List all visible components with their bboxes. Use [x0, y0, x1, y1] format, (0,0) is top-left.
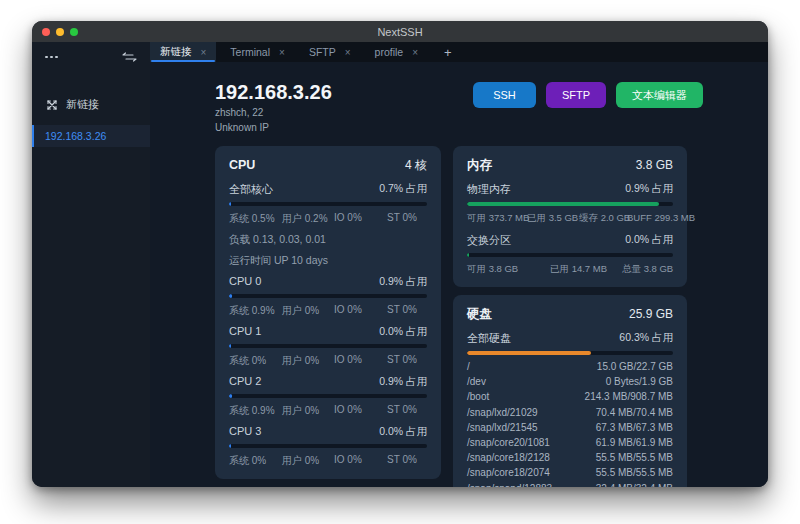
close-window-button[interactable] [42, 28, 50, 36]
disk-mount-list: / 15.0 GB/22.7 GB /dev 0 Bytes/1.9 GB /b… [467, 359, 673, 487]
disk-panel-title: 硬盘 [467, 306, 492, 323]
title-bar: NextSSH [32, 21, 768, 42]
swap-stat: 可用 3.8 GB [467, 263, 550, 276]
host-location: Unknown IP [215, 121, 768, 134]
cpu-stat: IO 0% [334, 304, 387, 318]
sidebar-host-label: 192.168.3.26 [45, 130, 106, 142]
mount-usage: 0 Bytes/1.9 GB [606, 376, 673, 387]
swap-stat: 已用 14.7 MB [550, 263, 622, 276]
app-window: NextSSH 新链接 192.168.3.26 [32, 21, 768, 487]
cpu-core-block: CPU 3 0.0% 占用 系统 0% 用户 0% IO 0% ST 0% [229, 425, 427, 468]
cpu-all-cores-usage: 0.7% 占用 [379, 182, 427, 197]
mount-path: /snap/core18/2074 [467, 467, 550, 478]
disk-mount-row: /snap/snapd/12883 32.4 MB/32.4 MB [467, 481, 673, 488]
tab-label: profile [375, 46, 404, 58]
cpu-stat: 用户 0% [282, 354, 334, 368]
sftp-button[interactable]: SFTP [546, 82, 606, 108]
disk-usage-bar [467, 351, 673, 355]
disk-mount-row: /snap/core18/2128 55.5 MB/55.5 MB [467, 450, 673, 465]
cpu-load: 负载 0.13, 0.03, 0.01 [229, 233, 427, 247]
sidebar-item-host[interactable]: 192.168.3.26 [32, 125, 150, 147]
tab-label: SFTP [309, 46, 336, 58]
tab-close-icon[interactable]: × [412, 47, 418, 58]
mount-usage: 61.9 MB/61.9 MB [596, 437, 673, 448]
minimize-window-button[interactable] [56, 28, 64, 36]
swap-usage: 0.0% 占用 [625, 233, 673, 248]
mount-usage: 32.4 MB/32.4 MB [596, 483, 673, 487]
cpu-stat: IO 0% [334, 354, 387, 368]
mount-usage: 70.4 MB/70.4 MB [596, 407, 673, 418]
disk-mount-row: /snap/core18/2074 55.5 MB/55.5 MB [467, 465, 673, 480]
tab-close-icon[interactable]: × [201, 47, 207, 58]
mount-usage: 55.5 MB/55.5 MB [596, 452, 673, 463]
memory-physical-label: 物理内存 [467, 182, 511, 197]
mount-path: /snap/core20/1081 [467, 437, 550, 448]
cpu-core-usage: 0.9% 占用 [379, 275, 427, 289]
tab-sftp[interactable]: SFTP × [299, 42, 361, 62]
cpu-all-usage-bar [229, 202, 427, 206]
cpu-stat: 用户 0% [282, 404, 334, 418]
tab-profile[interactable]: profile × [365, 42, 428, 62]
tab-close-icon[interactable]: × [279, 47, 285, 58]
tab-label: Terminal [230, 46, 270, 58]
tab-label: 新链接 [160, 45, 192, 59]
disk-mount-row: /dev 0 Bytes/1.9 GB [467, 374, 673, 389]
zoom-window-button[interactable] [70, 28, 78, 36]
cpu-stat: 系统 0.9% [229, 304, 282, 318]
cpu-core-label: CPU 2 [229, 375, 261, 389]
window-title: NextSSH [377, 26, 422, 38]
cpu-core-block: CPU 0 0.9% 占用 系统 0.9% 用户 0% IO 0% ST 0% [229, 275, 427, 318]
sidebar-item-new-link[interactable]: 新链接 [46, 97, 150, 112]
disk-all-label: 全部硬盘 [467, 331, 511, 346]
disk-panel: 硬盘 25.9 GB 全部硬盘 60.3% 占用 / [453, 295, 687, 487]
cpu-core-usage: 0.9% 占用 [379, 375, 427, 389]
cpu-stat: ST 0% [387, 404, 427, 418]
new-link-icon [46, 99, 58, 111]
disk-mount-row: /snap/lxd/21029 70.4 MB/70.4 MB [467, 405, 673, 420]
ssh-button[interactable]: SSH [473, 82, 536, 108]
mount-usage: 15.0 GB/22.7 GB [597, 361, 673, 372]
memory-physical-usage: 0.9% 占用 [625, 182, 673, 197]
disk-mount-row: /boot 214.3 MB/908.7 MB [467, 389, 673, 404]
disk-total: 25.9 GB [629, 307, 673, 321]
cpu-core-block: CPU 1 0.0% 占用 系统 0% 用户 0% IO 0% ST 0% [229, 325, 427, 368]
cpu-stat: ST 0% [387, 454, 427, 468]
mount-usage: 214.3 MB/908.7 MB [585, 391, 673, 402]
cpu-core-usage-bar [229, 294, 427, 298]
disk-mount-row: / 15.0 GB/22.7 GB [467, 359, 673, 374]
cpu-stat: ST 0% [387, 304, 427, 318]
tab-new-link[interactable]: 新链接 × [150, 42, 216, 62]
swap-arrows-icon[interactable] [122, 52, 137, 62]
tab-terminal[interactable]: Terminal × [220, 42, 295, 62]
cpu-core-label: CPU 0 [229, 275, 261, 289]
cpu-stat: ST 0% [387, 354, 427, 368]
cpu-all-cores-label: 全部核心 [229, 182, 273, 197]
mount-path: /snap/lxd/21545 [467, 422, 538, 433]
cpu-stat: 用户 0% [282, 304, 334, 318]
host-dashboard: 192.168.3.26 zhshch, 22 Unknown IP SSH S… [150, 62, 768, 487]
swap-stat: 总量 3.8 GB [622, 263, 673, 276]
cpu-core-usage: 0.0% 占用 [379, 325, 427, 339]
memory-panel-title: 内存 [467, 157, 492, 174]
cpu-panel-title: CPU [229, 158, 255, 172]
text-editor-button[interactable]: 文本编辑器 [616, 82, 703, 108]
cpu-stat: 系统 0% [229, 454, 282, 468]
menu-ellipsis-icon[interactable] [45, 56, 58, 59]
cpu-all-stats: 系统 0.5% 用户 0.2% IO 0% ST 0% [229, 212, 427, 226]
cpu-stat: 系统 0.5% [229, 212, 282, 226]
mount-usage: 67.3 MB/67.3 MB [596, 422, 673, 433]
cpu-core-usage-bar [229, 444, 427, 448]
mount-path: /snap/snapd/12883 [467, 483, 552, 487]
cpu-core-usage-bar [229, 394, 427, 398]
new-tab-button[interactable]: + [432, 42, 464, 62]
swap-usage-bar [467, 253, 673, 257]
memory-stat: 可用 373.7 MB [467, 212, 527, 225]
cpu-core-block: CPU 2 0.9% 占用 系统 0.9% 用户 0% IO 0% ST 0% [229, 375, 427, 418]
traffic-lights [42, 28, 78, 36]
cpu-panel: CPU 4 核 全部核心 0.7% 占用 系统 0.5% 用户 0.2% [215, 146, 441, 479]
mount-path: /boot [467, 391, 489, 402]
cpu-stat: 系统 0% [229, 354, 282, 368]
cpu-stat: IO 0% [334, 454, 387, 468]
cpu-core-usage-bar [229, 344, 427, 348]
tab-close-icon[interactable]: × [345, 47, 351, 58]
